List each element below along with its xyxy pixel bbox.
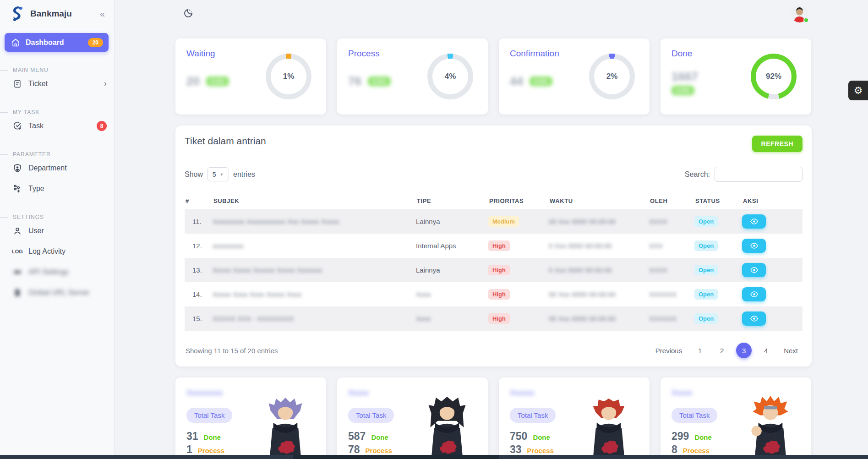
sidebar-item-department[interactable]: Department: [0, 158, 114, 178]
stat-value: 44: [510, 74, 523, 88]
tipe-cell: Xxxx: [416, 315, 488, 322]
character-portrait: [574, 395, 643, 459]
pagination-next[interactable]: Next: [780, 344, 802, 357]
total-task-badge: Total Task: [671, 408, 717, 423]
status-badge: Open: [694, 289, 718, 300]
sidebar-item-label: Log Activity: [28, 247, 107, 256]
col-header-prioritas: PRIORITAS: [488, 197, 549, 204]
process-count: 1: [186, 443, 192, 456]
pagination-page-4[interactable]: 4: [758, 343, 774, 358]
pagination-page-3-active[interactable]: 3: [736, 343, 752, 358]
queue-title: Tiket dalam antrian: [185, 136, 266, 147]
sidebar-item-label: Global URL Server: [28, 289, 107, 297]
sidebar-item-type[interactable]: Type: [0, 178, 114, 199]
showing-entries-text: Showing 11 to 15 of 20 entries: [186, 347, 278, 355]
process-label: Process: [366, 447, 392, 454]
sidebar-item-user[interactable]: User: [0, 220, 114, 241]
sidebar-item-log-activity[interactable]: LOG Log Activity: [0, 241, 114, 262]
sidebar-item-dashboard[interactable]: Dashboard 20: [5, 33, 109, 52]
show-label: Show: [185, 170, 203, 179]
done-label: Done: [533, 433, 550, 441]
status-badge: Open: [694, 216, 718, 227]
scrollbar-thumb[interactable]: [293, 455, 499, 459]
percent-label: 2%: [606, 72, 618, 81]
search-input[interactable]: [715, 167, 802, 182]
table-row: 12. xxxxxxxxx Internal Apps High 0 Xxx 0…: [185, 234, 802, 258]
user-avatar[interactable]: [791, 5, 808, 22]
table-row: 15. XXXXX XXX - XXXXXXXX Xxxx High 00 Xx…: [185, 306, 802, 331]
priority-badge: High: [488, 313, 510, 324]
sidebar-item-api-settings[interactable]: API Settings: [0, 262, 114, 282]
character-portrait: [413, 395, 481, 459]
sidebar: Bankmaju « Dashboard 20 MAIN MENU Ticket…: [0, 0, 115, 459]
view-ticket-button[interactable]: [742, 214, 766, 229]
customizer-gear-button[interactable]: ⚙: [848, 81, 868, 100]
view-ticket-button[interactable]: [742, 263, 766, 277]
topbar: [115, 0, 868, 27]
view-ticket-button[interactable]: [742, 311, 766, 326]
waktu-cell: 0 Xxx 0000 00:00:00: [549, 242, 649, 250]
view-ticket-button[interactable]: [742, 239, 766, 253]
stat-delta-badge: 0.0%: [530, 76, 552, 86]
stat-value: 20: [186, 74, 200, 88]
sidebar-item-label: User: [28, 227, 107, 235]
priority-badge: High: [488, 240, 510, 251]
api-settings-icon: [12, 267, 23, 278]
row-number: 12.: [185, 242, 213, 250]
sidebar-item-ticket[interactable]: Ticket ›: [0, 73, 114, 94]
caret-down-icon: ▼: [219, 172, 224, 177]
user-icon: [12, 225, 23, 236]
bankmaju-logo-icon: [11, 6, 25, 22]
sidebar-item-task[interactable]: Task 8: [0, 115, 114, 136]
percent-label: 1%: [283, 72, 295, 81]
online-status-dot: [803, 17, 809, 23]
stat-card-confirmation: Confirmation 44 0.0% 2%: [499, 38, 650, 115]
sidebar-item-global-url-server[interactable]: Global URL Server: [0, 282, 114, 303]
brand: Bankmaju «: [0, 0, 114, 27]
done-count: 750: [510, 430, 527, 443]
dashboard-count-badge: 20: [88, 38, 103, 47]
total-task-badge: Total Task: [186, 408, 232, 423]
done-label: Done: [371, 433, 388, 441]
tipe-cell: Lainnya: [416, 218, 488, 225]
process-count: 8: [671, 443, 677, 456]
ticket-icon: [12, 78, 23, 89]
subjek-cell: Xxxxx Xxxx Xxxx Xxxxx Xxxx: [213, 290, 416, 298]
stat-delta-badge: 0.0%: [671, 86, 694, 95]
brand-name: Bankmaju: [30, 9, 97, 19]
done-label: Done: [694, 433, 712, 441]
gear-icon: ⚙: [854, 85, 863, 97]
sidebar-collapse-icon[interactable]: «: [97, 9, 108, 19]
waktu-cell: 00 Xxx 0000 00:00:00: [549, 315, 649, 322]
pagination-page-2[interactable]: 2: [714, 343, 730, 358]
bottom-scrollbar-strip[interactable]: [0, 455, 868, 459]
stat-value: 76: [348, 74, 361, 88]
priority-badge: High: [488, 289, 510, 300]
refresh-button[interactable]: REFRESH: [752, 136, 802, 152]
chevron-right-icon: ›: [104, 79, 107, 88]
page-size-select[interactable]: 5▼: [207, 167, 229, 181]
subjek-cell: xxxxxxxxx: [213, 242, 416, 250]
done-count: 299: [671, 430, 689, 443]
confirmation-donut-chart: 2%: [589, 54, 635, 99]
process-count: 33: [510, 443, 522, 456]
pagination-page-1[interactable]: 1: [692, 343, 708, 358]
member-card: Xxxxx Total Task 299Done 8Process: [661, 377, 811, 459]
percent-label: 4%: [445, 72, 456, 81]
col-header-waktu: WAKTU: [549, 197, 649, 204]
main-content: Waiting 20 0.0% 1% Process 76 0.0% 4%: [115, 27, 868, 459]
eye-icon: [750, 316, 758, 322]
process-label: Process: [527, 447, 554, 454]
oleh-cell: XXXXXX: [649, 290, 694, 298]
member-card: Xxxxxx Total Task 750Done 33Process: [499, 377, 650, 459]
view-ticket-button[interactable]: [742, 287, 766, 301]
pagination-previous[interactable]: Previous: [652, 344, 686, 357]
done-count: 31: [186, 430, 198, 443]
eye-icon: [750, 267, 758, 273]
stat-delta-badge: 0.0%: [368, 76, 391, 86]
oleh-cell: XXXXXX: [649, 315, 694, 322]
process-label: Process: [683, 447, 710, 454]
dark-mode-moon-icon[interactable]: [182, 8, 194, 20]
stat-card-process: Process 76 0.0% 4%: [337, 38, 488, 115]
sidebar-item-label: Dashboard: [26, 38, 88, 47]
